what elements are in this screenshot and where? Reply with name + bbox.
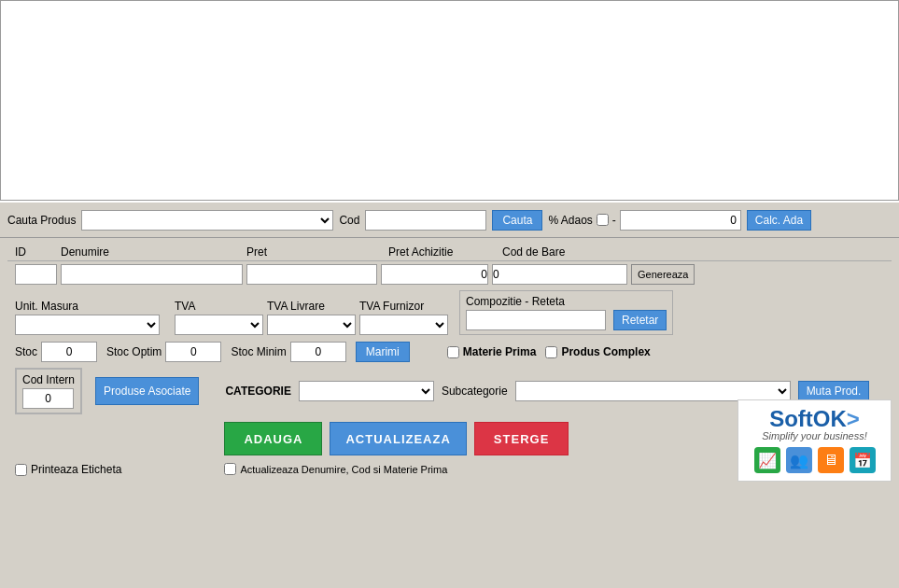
action-section: ADAUGA ACTUALIZEAZA STERGE Actualizeaza … [224, 422, 569, 475]
cod-intern-input[interactable]: 0 [22, 388, 74, 409]
stoc-minim-label: Stoc Minim [231, 345, 286, 358]
stoc-label: Stoc [15, 345, 37, 358]
stoc-minim-input[interactable]: 0 [290, 342, 346, 362]
subcategorie-select[interactable] [515, 381, 791, 401]
col-id-header: ID [15, 245, 57, 259]
action-buttons-group: ADAUGA ACTUALIZEAZA STERGE [224, 422, 569, 455]
adaos-value-input[interactable]: 0 [620, 210, 741, 231]
produs-complex-label: Produs Complex [545, 345, 650, 358]
softok-icon-calendar[interactable]: 📅 [850, 447, 876, 473]
cod-input[interactable] [365, 210, 486, 231]
col-denumire-header: Denumire [61, 245, 243, 259]
produse-asociate-button[interactable]: Produse Asociate [95, 377, 199, 405]
compozitie-label: Compozitie - Reteta [466, 295, 667, 308]
softok-tagline: Simplify your business! [746, 430, 883, 441]
fields-row: 0 0 Genereaza [7, 261, 892, 287]
tva-furnizor-label: TVA Furnizor [359, 300, 448, 313]
compozitie-input[interactable] [466, 310, 606, 330]
tva-livrare-select[interactable] [267, 315, 356, 335]
cod-intern-section: Cod Intern 0 [15, 368, 82, 414]
compozitie-section: Compozitie - Reteta Retetar [459, 290, 673, 335]
calc-ada-button[interactable]: Calc. Ada [747, 210, 811, 231]
actualizeaza-check-label: Actualizeaza Denumire, Cod si Materie Pr… [240, 464, 447, 475]
materie-prima-label: Materie Prima [447, 345, 537, 358]
tva-select[interactable] [175, 315, 263, 335]
compozitie-input-row: Retetar [466, 310, 667, 330]
unit-masura-select[interactable] [15, 315, 160, 335]
subcategorie-label: Subcategorie [442, 385, 508, 398]
softok-icon-users[interactable]: 👥 [786, 447, 812, 473]
stoc-input[interactable]: 0 [41, 342, 97, 362]
produs-complex-checkbox[interactable] [545, 346, 557, 358]
softok-icon-monitor[interactable]: 🖥 [818, 447, 844, 473]
main-form: ID Denumire Pret Pret Achizitie Cod de B… [0, 238, 899, 487]
softok-brand: SoftOK> Simplify your business! 📈 👥 🖥 📅 [737, 399, 892, 482]
stoc-group: Stoc 0 [15, 342, 97, 362]
stoc-optim-group: Stoc Optim 0 [106, 342, 221, 362]
col-cod-bare-header: Cod de Bare [502, 245, 614, 259]
actualizeaza-check-row: Actualizeaza Denumire, Cod si Materie Pr… [224, 463, 569, 475]
col-pret-ach-header: Pret Achizitie [388, 245, 499, 259]
pret-achizitie-input[interactable]: 0 [381, 264, 488, 285]
bottom-section: Printeaza Eticheta ADAUGA ACTUALIZEAZA S… [7, 416, 892, 482]
actualizeaza-check-checkbox[interactable] [224, 463, 236, 475]
muta-prod-button[interactable]: Muta Prod. [798, 381, 870, 401]
categorie-select[interactable] [299, 381, 434, 401]
genereaza-button[interactable]: Genereaza [631, 264, 695, 285]
marimi-button[interactable]: Marimi [356, 342, 410, 362]
id-input[interactable] [15, 264, 57, 285]
printeaza-eticheta-label: Printeaza Eticheta [15, 463, 121, 476]
cod-intern-title: Cod Intern [22, 373, 75, 386]
denumire-input[interactable] [61, 264, 243, 285]
tva-livrare-label: TVA Livrare [267, 300, 356, 313]
stoc-optim-input[interactable]: 0 [165, 342, 221, 362]
pret-input[interactable] [246, 264, 377, 285]
softok-icons-row: 📈 👥 🖥 📅 [746, 447, 883, 473]
tva-row: Unit. Masura TVA TVA Livrare TVA Furnizo… [7, 287, 892, 338]
actualizeaza-button[interactable]: ACTUALIZEAZA [330, 422, 466, 455]
percent-adaos-group: % Adaos - 0 [548, 210, 740, 231]
tva-furnizor-group: TVA Furnizor [359, 300, 448, 335]
cod-bare-input[interactable]: 0 [492, 264, 627, 285]
retetar-button[interactable]: Retetar [613, 310, 667, 330]
printeaza-eticheta-checkbox[interactable] [15, 464, 27, 476]
adaos-checkbox[interactable] [597, 214, 609, 226]
canvas-area [0, 0, 899, 201]
percent-adaos-label: % Adaos [548, 214, 592, 227]
cauta-button[interactable]: Cauta [492, 210, 542, 231]
tva-label: TVA [175, 300, 263, 313]
stoc-minim-group: Stoc Minim 0 [231, 342, 345, 362]
materie-prima-checkbox[interactable] [447, 346, 459, 358]
adauga-button[interactable]: ADAUGA [224, 422, 322, 455]
tva-furnizor-select[interactable] [359, 315, 448, 335]
categorie-label: CATEGORIE [225, 385, 290, 398]
sterge-button[interactable]: STERGE [474, 422, 569, 455]
softok-logo-text: SoftOK> [769, 406, 860, 431]
cod-label: Cod [339, 214, 359, 227]
table-header-row: ID Denumire Pret Pret Achizitie Cod de B… [7, 244, 892, 261]
left-bottom: Printeaza Eticheta [15, 422, 121, 476]
search-bar: Cauta Produs Cod Cauta % Adaos - 0 Calc.… [0, 201, 899, 238]
softok-logo: SoftOK> [746, 408, 883, 430]
cauta-produs-label: Cauta Produs [7, 214, 76, 227]
unit-masura-group: Unit. Masura [15, 300, 160, 335]
stoc-optim-label: Stoc Optim [106, 345, 162, 358]
col-pret-header: Pret [246, 245, 385, 259]
tva-livrare-group: TVA Livrare [267, 300, 356, 335]
tva-group: TVA [175, 300, 263, 335]
cauta-produs-select[interactable] [81, 210, 333, 231]
softok-icon-chart[interactable]: 📈 [754, 447, 780, 473]
stoc-checkboxes-row: Stoc 0 Stoc Optim 0 Stoc Minim 0 Marimi … [7, 338, 892, 366]
adaos-dash: - [612, 214, 616, 227]
unit-masura-label: Unit. Masura [15, 300, 160, 313]
